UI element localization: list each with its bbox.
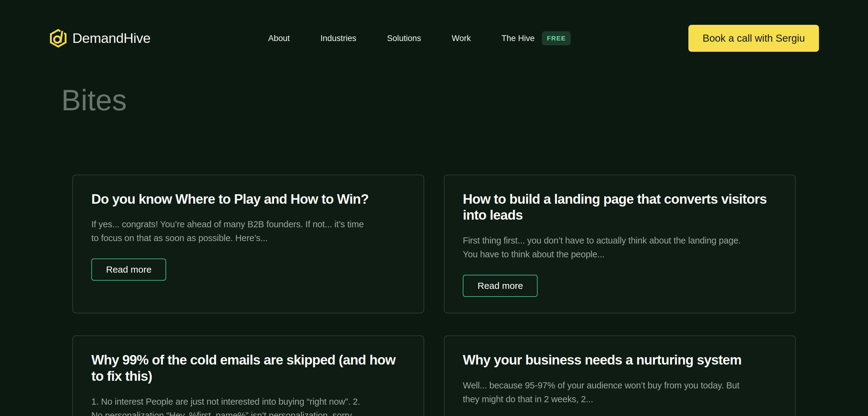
article-title: Why your business needs a nurturing syst… (463, 352, 741, 368)
article-title: How to build a landing page that convert… (463, 191, 767, 224)
page-title: Bites (61, 84, 868, 117)
read-more-button[interactable]: Read more (91, 259, 166, 281)
nav-link-about[interactable]: About (268, 34, 290, 43)
article-card: Do you know Where to Play and How to Win… (72, 174, 424, 313)
nav-link-solutions[interactable]: Solutions (387, 34, 421, 43)
article-excerpt: Well... because 95-97% of your audience … (463, 379, 739, 406)
book-call-button[interactable]: Book a call with Sergiu (688, 25, 819, 52)
brand-name: DemandHive (72, 30, 151, 46)
nav-link-work[interactable]: Work (452, 34, 471, 43)
article-title: Why 99% of the cold emails are skipped (… (91, 352, 395, 384)
logo[interactable]: DemandHive (49, 29, 151, 48)
read-more-button[interactable]: Read more (463, 275, 537, 297)
article-card: Why your business needs a nurturing syst… (444, 335, 796, 416)
article-card: Why 99% of the cold emails are skipped (… (72, 335, 424, 416)
main-nav: About Industries Solutions Work The Hive… (268, 31, 571, 45)
hexagon-d-logo-icon (49, 29, 67, 48)
nav-link-industries[interactable]: Industries (320, 34, 356, 43)
site-header: DemandHive About Industries Solutions Wo… (0, 0, 868, 76)
hero-section: Bites (0, 84, 868, 117)
nav-link-the-hive[interactable]: The Hive (501, 34, 534, 43)
article-card: How to build a landing page that convert… (444, 174, 796, 313)
article-excerpt: 1. No interest People are just not inter… (91, 395, 361, 416)
articles-grid: Do you know Where to Play and How to Win… (72, 174, 796, 416)
article-excerpt: If yes... congrats! You’re ahead of many… (91, 218, 364, 245)
article-excerpt: First thing first... you don’t have to a… (463, 234, 741, 261)
free-badge: FREE (542, 31, 571, 45)
article-title: Do you know Where to Play and How to Win… (91, 191, 369, 207)
